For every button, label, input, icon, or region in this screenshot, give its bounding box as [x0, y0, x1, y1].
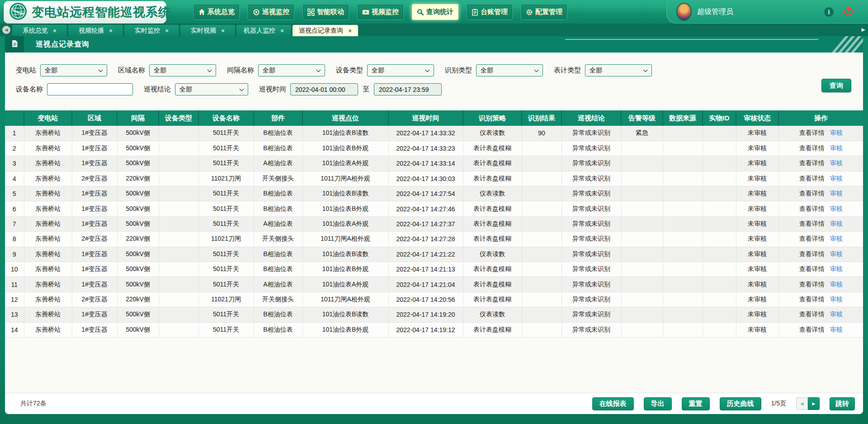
- audit-link[interactable]: 审核: [830, 265, 843, 272]
- jump-button[interactable]: 跳转: [830, 397, 855, 410]
- tab-6[interactable]: 巡视点记录查询×: [292, 25, 359, 36]
- time-to-input[interactable]: 2022-04-17 23:59: [374, 83, 442, 95]
- tab-label: 视频轮播: [79, 27, 104, 35]
- view-detail-link[interactable]: 查看详情: [799, 129, 825, 136]
- footer-button-2[interactable]: 导出: [644, 397, 672, 410]
- nav-button-4[interactable]: 视频监控: [357, 4, 404, 20]
- actions-cell: 查看详情审核: [778, 292, 863, 307]
- cell: 9: [5, 247, 24, 262]
- device-name-input[interactable]: [47, 83, 133, 95]
- tab-3[interactable]: 实时监控×: [124, 25, 179, 36]
- nav-button-3[interactable]: 智能联动: [302, 4, 349, 20]
- audit-link[interactable]: 审核: [830, 295, 843, 303]
- tab-scroll-right-icon[interactable]: ▶: [862, 27, 865, 33]
- tab-2[interactable]: 视频轮播×: [68, 25, 123, 36]
- audit-link[interactable]: 审核: [830, 326, 843, 333]
- power-icon[interactable]: [843, 6, 854, 19]
- nav-button-7[interactable]: 配置管理: [521, 4, 567, 20]
- conclusion-select[interactable]: 全部: [175, 83, 248, 95]
- filter-select-4[interactable]: 全部: [367, 64, 434, 76]
- nav-button-2[interactable]: 巡视监控: [248, 4, 294, 20]
- tab-close-icon[interactable]: ×: [348, 28, 352, 34]
- cell: [703, 322, 736, 337]
- cell: 1#变压器: [72, 307, 117, 322]
- avatar[interactable]: [676, 3, 692, 21]
- cell: 90: [522, 126, 561, 141]
- filter-select-2[interactable]: 全部: [149, 64, 216, 76]
- cell: 表计表盘模糊: [463, 216, 522, 231]
- tab-close-icon[interactable]: ×: [221, 28, 225, 34]
- cell: 仪表读数: [463, 247, 522, 262]
- cell: [663, 247, 703, 262]
- cell: 5011开关: [198, 307, 254, 322]
- view-detail-link[interactable]: 查看详情: [799, 326, 825, 333]
- audit-link[interactable]: 审核: [830, 190, 843, 197]
- cell: B相油位表: [254, 186, 302, 201]
- prev-page-icon[interactable]: ◀: [796, 397, 808, 410]
- audit-link[interactable]: 审核: [830, 220, 843, 227]
- filter-select-6[interactable]: 全部: [585, 64, 652, 76]
- actions-cell: 查看详情审核: [778, 307, 863, 322]
- view-detail-link[interactable]: 查看详情: [799, 175, 825, 182]
- audit-link[interactable]: 审核: [830, 144, 843, 152]
- cell: 未审核: [736, 216, 778, 231]
- table-row: 8东善桥站2#变压器220kV侧11021刀闸开关侧接头1011刀闸A相外观20…: [5, 232, 863, 247]
- view-detail-link[interactable]: 查看详情: [799, 144, 825, 152]
- audit-link[interactable]: 审核: [830, 250, 843, 257]
- cell: 东善桥站: [24, 292, 72, 307]
- tab-5[interactable]: 机器人监控×: [236, 25, 292, 36]
- search-button[interactable]: 查询: [821, 79, 851, 92]
- link-icon: [307, 9, 315, 16]
- nav-button-6[interactable]: 台账管理: [467, 4, 513, 20]
- tab-close-icon[interactable]: ×: [165, 28, 169, 34]
- audit-link[interactable]: 审核: [830, 175, 843, 182]
- footer-button-3[interactable]: 重置: [682, 397, 710, 410]
- view-detail-link[interactable]: 查看详情: [799, 265, 825, 272]
- view-detail-link[interactable]: 查看详情: [799, 281, 825, 288]
- gear-icon: [526, 9, 533, 16]
- table-row: 3东善桥站1#变压器500kV侧5011开关A相油位表101油位表A外观2022…: [5, 156, 863, 171]
- tab-close-icon[interactable]: ×: [109, 28, 113, 34]
- info-icon[interactable]: i: [824, 7, 834, 17]
- cell: [663, 307, 703, 322]
- view-detail-link[interactable]: 查看详情: [799, 235, 825, 242]
- audit-link[interactable]: 审核: [830, 235, 843, 242]
- next-page-icon[interactable]: ▶: [808, 397, 820, 410]
- audit-link[interactable]: 审核: [830, 205, 843, 212]
- audit-link[interactable]: 审核: [830, 159, 843, 167]
- tab-close-icon[interactable]: ×: [280, 28, 284, 34]
- audit-link[interactable]: 审核: [830, 129, 843, 136]
- tab-1[interactable]: 系统总览×: [12, 25, 67, 36]
- view-detail-link[interactable]: 查看详情: [799, 250, 825, 257]
- footer-button-1[interactable]: 在线报表: [592, 397, 634, 410]
- filter-select-1[interactable]: 全部: [40, 64, 107, 76]
- view-detail-link[interactable]: 查看详情: [799, 220, 825, 227]
- tab-scroll-left-icon[interactable]: ◀: [2, 26, 10, 34]
- cell: 500kV侧: [117, 141, 159, 156]
- col-header-8: 巡视时间: [388, 110, 463, 126]
- col-header-13: 数据来源: [663, 110, 703, 126]
- audit-link[interactable]: 审核: [830, 310, 843, 318]
- nav-button-1[interactable]: 系统总览: [193, 4, 240, 20]
- cell: 101油位表A外观: [302, 277, 388, 292]
- cell: [703, 232, 736, 247]
- table-row: 14东善桥站1#变压器500kV侧5011开关B相油位表101油位表B外观202…: [5, 322, 863, 337]
- tab-4[interactable]: 实时视频×: [180, 25, 236, 36]
- filter-select-3[interactable]: 全部: [258, 64, 325, 76]
- table-row: 2东善桥站1#变压器500kV侧5011开关B相油位表101油位表B外观2022…: [5, 141, 863, 156]
- cell: 220kV侧: [117, 171, 159, 186]
- view-detail-link[interactable]: 查看详情: [799, 190, 825, 197]
- filter-group-3: 间隔名称全部: [227, 64, 325, 76]
- cell: 101油位表A外观: [302, 216, 388, 231]
- view-detail-link[interactable]: 查看详情: [799, 310, 825, 318]
- view-detail-link[interactable]: 查看详情: [799, 205, 825, 212]
- audit-link[interactable]: 审核: [830, 281, 843, 288]
- footer-button-4[interactable]: 历史曲线: [720, 397, 761, 410]
- nav-button-5[interactable]: 查询统计: [412, 4, 458, 20]
- view-detail-link[interactable]: 查看详情: [799, 295, 825, 303]
- view-detail-link[interactable]: 查看详情: [799, 159, 825, 167]
- filter-select-5[interactable]: 全部: [476, 64, 543, 76]
- time-from-input[interactable]: 2022-04-01 00:00: [290, 83, 358, 95]
- cell: 东善桥站: [24, 307, 72, 322]
- tab-close-icon[interactable]: ×: [53, 28, 57, 34]
